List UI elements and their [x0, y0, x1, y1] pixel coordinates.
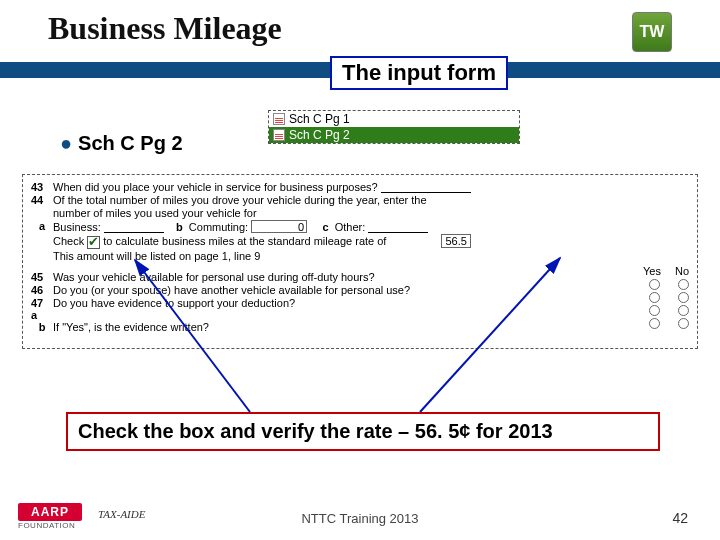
q45-yes-radio[interactable] [649, 279, 660, 290]
sub-c: c [323, 221, 329, 233]
q44-text1: Of the total number of miles you drove y… [53, 194, 471, 207]
q46-yes-radio[interactable] [649, 292, 660, 303]
line-num: 46 [31, 284, 53, 297]
document-icon [273, 129, 285, 141]
q47b-no-radio[interactable] [678, 318, 689, 329]
yes-header: Yes [643, 265, 661, 277]
line-num: 44 [31, 194, 53, 207]
rate-value: 56.5 [441, 234, 470, 248]
page-number: 42 [672, 510, 688, 526]
q47a-no-radio[interactable] [678, 305, 689, 316]
input-form-label: The input form [330, 56, 508, 90]
q45-text: Was your vehicle available for personal … [53, 271, 471, 284]
amount-note: This amount will be listed on page 1, li… [53, 250, 471, 263]
tab-sch-c-pg1[interactable]: Sch C Pg 1 [269, 111, 519, 127]
bullet-sch-c-pg2: ●Sch C Pg 2 [60, 132, 183, 155]
page-title: Business Mileage [48, 10, 672, 47]
q43-text: When did you place your vehicle in servi… [53, 181, 378, 193]
bullet-text: Sch C Pg 2 [78, 132, 182, 154]
q46-no-radio[interactable] [678, 292, 689, 303]
line-num: 45 [31, 271, 53, 284]
tab-sch-c-pg2[interactable]: Sch C Pg 2 [269, 127, 519, 143]
tw-badge-icon: TW [632, 12, 672, 52]
q45-no-radio[interactable] [678, 279, 689, 290]
other-label: Other: [335, 221, 366, 233]
instruction-note: Check the box and verify the rate – 56. … [66, 412, 660, 451]
q46-text: Do you (or your spouse) have another veh… [53, 284, 471, 297]
line-num: 43 [31, 181, 53, 194]
no-header: No [675, 265, 689, 277]
q47a-text: Do you have evidence to support your ded… [53, 297, 471, 321]
document-icon [273, 113, 285, 125]
other-input[interactable] [368, 222, 428, 233]
check-post: to calculate business miles at the stand… [103, 235, 386, 247]
tab-label: Sch C Pg 1 [289, 112, 350, 126]
sub-b: b [176, 221, 183, 233]
check-pre: Check [53, 235, 84, 247]
q47b-yes-radio[interactable] [649, 318, 660, 329]
page-tab-list: Sch C Pg 1 Sch C Pg 2 [268, 110, 520, 144]
commuting-input[interactable]: 0 [251, 220, 307, 233]
sub-b2: b [31, 321, 53, 334]
form-excerpt: 43When did you place your vehicle in ser… [22, 174, 698, 349]
standard-rate-checkbox[interactable] [87, 236, 100, 249]
q44-text2: number of miles you used your vehicle fo… [53, 207, 471, 220]
q47a-yes-radio[interactable] [649, 305, 660, 316]
commuting-label: Commuting: [189, 221, 248, 233]
blank-input-line[interactable] [381, 182, 471, 193]
business-label: Business: [53, 221, 101, 233]
q47b-text: If "Yes", is the evidence written? [53, 321, 471, 334]
yes-no-column: YesNo [643, 265, 689, 329]
tab-label: Sch C Pg 2 [289, 128, 350, 142]
sub-a: a [31, 220, 53, 234]
footer-center-text: NTTC Training 2013 [0, 511, 720, 526]
business-input[interactable] [104, 222, 164, 233]
line-num: 47 a [31, 297, 53, 321]
